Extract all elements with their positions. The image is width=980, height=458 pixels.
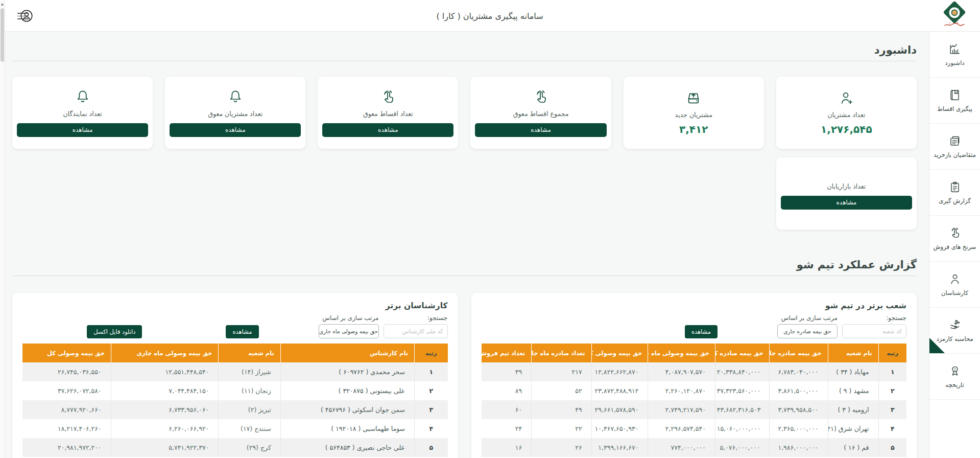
card-overdue-count: تعداد اقساط معوقمشاهده xyxy=(318,77,458,149)
table-cell: ۲۲ xyxy=(532,419,591,438)
view-button[interactable]: مشاهده xyxy=(17,123,148,137)
excel-download-button[interactable]: دانلود فایل اکسل xyxy=(87,325,142,338)
view-button[interactable]: مشاهده xyxy=(475,123,606,137)
branches-title: شعب برتر در تیم شو xyxy=(482,301,907,310)
card-agents-count: تعداد نمایندگانمشاهده xyxy=(12,77,153,149)
table-cell: مشهد ( ۹ ) xyxy=(828,381,878,400)
page-scrollbar[interactable]: ▲ xyxy=(0,0,5,458)
table-cell: ۵,۷۴۱,۹۲۲,۳۷۰ xyxy=(111,438,219,457)
table-cell: ۳۷,۶۲۶,۰۷۲,۵۸۰ xyxy=(22,381,111,400)
table-cell: ۶۰ xyxy=(482,400,532,419)
table-cell: ۲۳,۸۷۲,۴۸۸,۹۱۲ xyxy=(591,381,648,400)
table-cell: تبریز (۲) xyxy=(219,400,281,419)
column-header: تعداد صادره ماه جاری xyxy=(532,344,591,362)
table-cell: ۱,۳۹۹,۱۶۶,۶۷۰ xyxy=(591,438,648,457)
table-cell: شیراز (۱۴) xyxy=(219,362,281,381)
table-cell: ۱۸,۲۱۷,۴۰۶,۲۶۰ xyxy=(22,419,111,438)
sidebar-item-commission[interactable]: محاسبه کارمزد xyxy=(929,308,980,354)
table-row: ۳سمن جوان اسکوئی ( ۴۵۶۷۹۶ )تبریز (۲)۶,۷۳… xyxy=(22,400,448,419)
table-cell: ۴۳,۶۸۲,۳۱۶,۵۰۳ xyxy=(715,400,770,419)
table-cell: ۱ xyxy=(878,362,906,381)
marketers-row: تعداد بازاریابان مشاهده xyxy=(12,157,917,230)
sidebar-item-leads[interactable]: سرنخ های فروش xyxy=(929,216,980,262)
view-button[interactable]: مشاهده xyxy=(170,123,301,137)
table-cell: ۷,۰۴۴,۴۸۴,۱۵۰ xyxy=(111,381,219,400)
table-row: ۱مهاباد ( ۳۴ )۶,۷۸۳,۰۴۰,۰۰۰۲۰,۳۳۸,۸۴۰,۰۰… xyxy=(482,362,907,381)
table-cell: مهاباد ( ۳۴ ) xyxy=(828,362,878,381)
table-cell: ۴ xyxy=(878,419,906,438)
table-cell: ۲,۲۶۰,۱۲۰,۸۷۰ xyxy=(648,381,715,400)
sidebar-item-label: محاسبه کارمزد xyxy=(936,335,973,342)
main-area: سامانه پیگیری مشتریان ( کارا ) داشبورد ت… xyxy=(0,0,929,458)
hand-coins-icon xyxy=(948,318,962,332)
table-cell: علی بیستونی ( ۳۲۰۸۷۵ ) xyxy=(280,381,414,400)
chart-icon xyxy=(948,42,962,56)
table-row: ۴تهران شرق (۴۱ )۲,۳۶۵,۰۰۰,۰۰۰۱۵,۰۶۰,۰۰۰,… xyxy=(482,419,907,438)
sidebar-item-reporting[interactable]: گزارش گیری xyxy=(929,170,980,216)
sidebar-item-experts[interactable]: کارشناسان xyxy=(929,262,980,308)
branches-view-button[interactable]: مشاهده xyxy=(685,325,718,338)
table-cell: ۶,۲۶۰,۰۶۶,۹۲۰ xyxy=(111,419,219,438)
card-label: تعداد بازاریابان xyxy=(827,182,866,190)
column-header: حق بیمه وصولی ماه جاری xyxy=(111,344,219,362)
column-header: رتبه xyxy=(878,344,906,362)
table-cell: ۳,۷۳۹,۹۵۸,۵۰۰ xyxy=(770,400,828,419)
branches-sort-field: مرتب سازی بر اساس حق بیمه صادره جاری xyxy=(777,314,838,338)
card-label: تعداد مشتریان معوق xyxy=(208,110,262,118)
expert-code-input[interactable] xyxy=(384,324,448,338)
column-header: نام شعبه xyxy=(219,344,281,362)
experts-view-button[interactable]: مشاهده xyxy=(226,325,258,338)
sidebar-item-label: سرنخ های فروش xyxy=(934,243,976,250)
top-bar: سامانه پیگیری مشتریان ( کارا ) xyxy=(0,0,929,32)
table-cell: ۵۲ xyxy=(532,381,591,400)
experts-table: رتبهنام کارشناسنام شعبهحق بیمه وصولی ماه… xyxy=(22,344,448,457)
sidebar-item-label: گزارش گیری xyxy=(939,197,971,204)
table-cell: ۲,۳۶۵,۰۰۰,۰۰۰ xyxy=(770,419,828,438)
experts-title: کارشناسان برتر xyxy=(22,301,448,310)
sort-label: مرتب سازی بر اساس xyxy=(777,314,838,322)
table-cell: ۶,۷۸۳,۰۴۰,۰۰۰ xyxy=(770,362,828,381)
sidebar-item-installments[interactable]: پیگیری اقساط xyxy=(929,78,980,124)
experts-card: کارشناسان برتر جستجو: مرتب سازی بر اساس … xyxy=(12,293,458,458)
divider xyxy=(12,61,917,61)
sidebar-item-history[interactable]: 1تاریخچه xyxy=(929,354,980,400)
table-row: ۱سحر محمدی ( ۶۰۹۷۶۲ )شیراز (۱۴)۱۲,۵۵۱,۴۴… xyxy=(22,362,448,381)
branches-card: شعب برتر در تیم شو جستجو: مرتب سازی بر ا… xyxy=(471,293,917,458)
card-label: تعداد مشتریان xyxy=(827,111,865,119)
table-cell: ۲۱۷ xyxy=(532,362,591,381)
sidebar-item-repurchase[interactable]: متقاضیان بازخرید xyxy=(929,124,980,170)
table-cell: ۸,۷۷۷,۹۲۰,۶۶۰ xyxy=(22,400,111,419)
view-button[interactable]: مشاهده xyxy=(781,196,912,210)
logo-diamond-icon xyxy=(943,1,966,24)
table-header-row: رتبهنام شعبهحق بیمه صادره جاریحق بیمه صا… xyxy=(482,344,907,362)
scrollbar-up-icon[interactable]: ▲ xyxy=(0,0,5,8)
card-new-customers: مشتریان جدید۳,۴۱۲ xyxy=(624,77,764,149)
branches-sort-select[interactable]: حق بیمه صادره جاری xyxy=(777,324,838,338)
branch-code-input[interactable] xyxy=(842,324,906,338)
menu-icon[interactable] xyxy=(17,13,29,19)
table-cell: زنجان (۱۱) xyxy=(219,381,281,400)
sidebar-item-dashboard[interactable]: داشبورد xyxy=(929,32,980,78)
experts-sort-select[interactable]: حق بیمه وصولی ماه جاری xyxy=(319,324,379,338)
table-cell: سوما طهماسبی ( ۱۹۲۰۱۸ ) xyxy=(280,419,414,438)
sort-label: مرتب سازی بر اساس xyxy=(319,314,379,322)
scrollbar-thumb[interactable] xyxy=(1,8,4,62)
experts-filters: جستجو: مرتب سازی بر اساس حق بیمه وصولی م… xyxy=(22,314,448,338)
user-plus-icon xyxy=(838,90,854,106)
bell-icon xyxy=(227,89,244,105)
table-cell: سنندج (۱۷) xyxy=(219,419,281,438)
book-icon xyxy=(948,88,962,102)
card-label: مشتریان جدید xyxy=(675,111,712,119)
medal-icon: 1 xyxy=(948,364,962,378)
card-label: تعداد اقساط معوق xyxy=(363,110,413,118)
view-button[interactable]: مشاهده xyxy=(322,123,453,137)
branches-search-field: جستجو: xyxy=(842,314,906,338)
inbox-up-icon xyxy=(685,90,702,106)
table-cell: ۲,۲۹۶,۵۷۴,۵۴۰ xyxy=(648,419,715,438)
app-root: داشبوردپیگیری اقساطمتقاضیان بازخریدگزارش… xyxy=(0,0,980,458)
column-header: حق بیمه وصولی ماه جاری xyxy=(648,344,715,362)
table-cell: ۳ xyxy=(878,400,906,419)
column-header: نام شعبه xyxy=(828,344,878,362)
table-cell: ۴,۰۸۷,۹۰۷,۵۷۰ xyxy=(648,362,715,381)
sidebar-nav: داشبوردپیگیری اقساطمتقاضیان بازخریدگزارش… xyxy=(929,32,980,458)
